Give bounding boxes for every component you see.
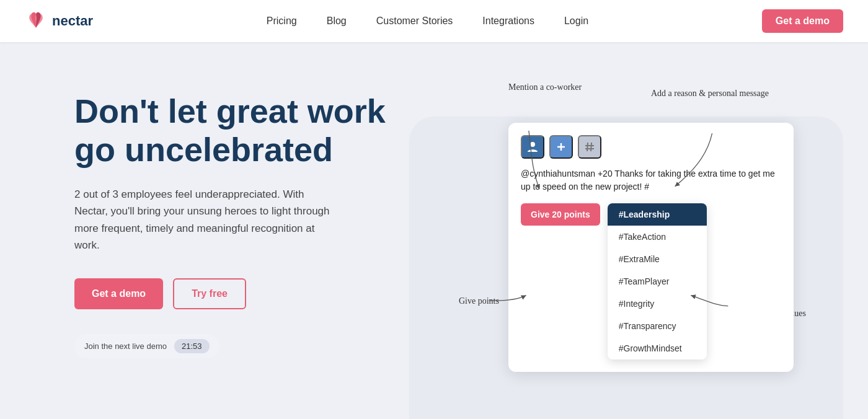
live-demo-label: Join the next live demo (84, 342, 167, 351)
nav-login[interactable]: Login (564, 15, 588, 27)
nav-blog[interactable]: Blog (327, 15, 347, 27)
dropdown-item-growthmindset[interactable]: #GrowthMindset (608, 337, 707, 359)
add-icon[interactable] (549, 135, 573, 159)
logo-icon (25, 10, 47, 32)
nav-customer-stories[interactable]: Customer Stories (376, 15, 453, 27)
give-points-button[interactable]: Give 20 points (521, 203, 600, 226)
nav-integrations[interactable]: Integrations (482, 15, 534, 27)
header-get-demo-button[interactable]: Get a demo (762, 9, 843, 33)
hero-left: Don't let great work go uncelebrated 2 o… (74, 79, 397, 358)
hero-subtitle: 2 out of 3 employees feel underappreciat… (74, 186, 335, 254)
svg-line-4 (591, 143, 591, 151)
dropdown-item-extramile[interactable]: #ExtraMile (608, 248, 707, 270)
logo[interactable]: nectar (25, 10, 93, 32)
dropdown-item-transparency[interactable]: #Transparency (608, 315, 707, 337)
dropdown-item-takeaction[interactable]: #TakeAction (608, 226, 707, 248)
live-demo-badge: Join the next live demo 21:53 (74, 334, 219, 358)
try-free-button[interactable]: Try free (173, 278, 246, 309)
recognition-card: @cynthiahuntsman +20 Thanks for taking t… (508, 123, 794, 372)
card-actions: Give 20 points #Leadership #TakeAction #… (521, 203, 781, 359)
dropdown-item-integrity[interactable]: #Integrity (608, 293, 707, 315)
dropdown-item-leadership[interactable]: #Leadership (608, 203, 707, 226)
logo-text: nectar (52, 13, 93, 29)
main-nav: Pricing Blog Customer Stories Integratio… (267, 15, 588, 27)
annotation-mention: Mention a co-worker (508, 82, 582, 92)
get-demo-button[interactable]: Get a demo (74, 278, 163, 309)
card-message: @cynthiahuntsman +20 Thanks for taking t… (521, 167, 781, 193)
card-icon-row (521, 135, 781, 159)
main-content: Don't let great work go uncelebrated 2 o… (0, 42, 868, 419)
hero-title: Don't let great work go uncelebrated (74, 92, 397, 169)
hero-right: Mention a co-worker Add a reason & perso… (446, 79, 818, 419)
cta-buttons: Get a demo Try free (74, 278, 397, 309)
svg-line-3 (587, 143, 588, 151)
header: nectar Pricing Blog Customer Stories Int… (0, 0, 868, 42)
svg-point-0 (530, 142, 535, 147)
annotation-reason: Add a reason & personal message (651, 89, 769, 99)
annotation-give: Give points (459, 296, 499, 306)
mention-user-icon[interactable] (521, 135, 544, 159)
hashtag-icon[interactable] (578, 135, 601, 159)
dropdown-item-teamplayer[interactable]: #TeamPlayer (608, 270, 707, 293)
values-dropdown: #Leadership #TakeAction #ExtraMile #Team… (608, 203, 707, 359)
live-demo-timer: 21:53 (174, 339, 210, 353)
nav-pricing[interactable]: Pricing (267, 15, 297, 27)
